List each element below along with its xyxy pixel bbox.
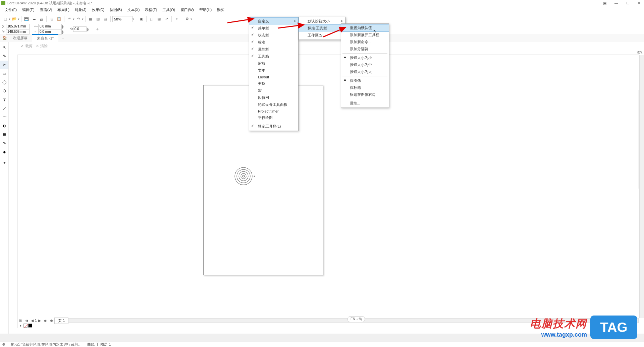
- home-tab[interactable]: 🏠: [1, 35, 8, 42]
- ctx-item[interactable]: ✔状态栏: [249, 32, 298, 39]
- ctx-item[interactable]: 按钮大小为大: [341, 68, 389, 75]
- hint-icon[interactable]: ▣: [601, 1, 608, 5]
- menu-item[interactable]: 窗口(W): [178, 7, 197, 13]
- menu-item[interactable]: 文件(F): [2, 7, 19, 13]
- page-add[interactable]: ⊕: [49, 319, 54, 323]
- w-input[interactable]: [38, 24, 62, 29]
- open-button[interactable]: 📂: [11, 16, 18, 22]
- ctx-item[interactable]: 仅图像: [341, 77, 389, 84]
- snap-opts-button[interactable]: ⌖: [173, 16, 180, 22]
- ruler-horizontal[interactable]: [17, 50, 639, 55]
- ctx-item[interactable]: Layout: [249, 74, 298, 80]
- zoom-input[interactable]: [112, 16, 132, 22]
- ctx-item[interactable]: 轮式设备工具面板: [249, 101, 298, 108]
- ctx-item[interactable]: ✔标准: [249, 39, 298, 46]
- ctx-item[interactable]: 按钮大小为小: [341, 54, 389, 61]
- ctx-item[interactable]: 文本: [249, 67, 298, 74]
- save-button[interactable]: 💾: [23, 16, 30, 22]
- cloud-button[interactable]: ☁: [31, 16, 37, 22]
- transparency-tool[interactable]: ▦: [0, 130, 8, 138]
- options-button[interactable]: ⚙: [184, 16, 191, 22]
- ctx-item[interactable]: 默认按钮大小▸: [299, 18, 345, 25]
- fill-tool[interactable]: ◆: [0, 148, 8, 156]
- quick-customize[interactable]: ＋: [0, 158, 8, 166]
- menu-item[interactable]: 布局(L): [55, 7, 72, 13]
- paste-button[interactable]: 📋: [56, 16, 62, 22]
- menu-item[interactable]: 表格(T): [142, 7, 160, 13]
- launch-button[interactable]: ↗: [163, 16, 170, 22]
- shadow-tool[interactable]: ◐: [0, 122, 8, 130]
- fullscreen-button[interactable]: ▣: [138, 16, 145, 22]
- ctx-item[interactable]: 平行绘图: [249, 114, 298, 121]
- freehand-tool[interactable]: ／: [0, 104, 8, 112]
- page-next2[interactable]: ⏭: [42, 319, 49, 323]
- page-prev2[interactable]: ⏮: [23, 319, 30, 323]
- ctx-item[interactable]: 重置为默认值: [341, 24, 389, 32]
- ctx-item[interactable]: 添加新展开工具栏: [341, 31, 389, 39]
- eyedropper-tool[interactable]: ✎: [0, 139, 8, 147]
- menu-item[interactable]: 效果(C): [89, 7, 107, 13]
- ctx-item[interactable]: 添加分隔符: [341, 46, 389, 53]
- crop-apply-button[interactable]: ✔裁剪: [21, 44, 33, 49]
- ctx-item[interactable]: Project timer: [249, 108, 298, 114]
- y-input[interactable]: [6, 29, 30, 34]
- x-input[interactable]: [6, 24, 30, 29]
- ellipse-tool[interactable]: ◯: [0, 78, 8, 86]
- ctx-item[interactable]: 标准 工具栏▸: [299, 24, 345, 32]
- copy-button[interactable]: ⎘: [48, 16, 55, 22]
- export-button[interactable]: ▦: [156, 16, 162, 22]
- h-input[interactable]: [38, 29, 62, 34]
- new-button[interactable]: ▢: [2, 16, 9, 22]
- ctx-item[interactable]: 变换: [249, 80, 298, 87]
- ctx-item[interactable]: 宏: [249, 87, 298, 94]
- colorbar-menu[interactable]: ▸: [19, 324, 23, 327]
- ctx-item[interactable]: 自定义▸: [249, 17, 299, 25]
- publish-button[interactable]: ⬚: [148, 16, 155, 22]
- ctx-item[interactable]: 缩放: [249, 60, 298, 67]
- ctx-item[interactable]: 添加新命令...: [341, 39, 389, 46]
- ctx-item[interactable]: ✔菜单栏: [249, 25, 298, 32]
- redo-button[interactable]: ↷: [75, 16, 82, 22]
- artistic-tool[interactable]: 〰: [0, 113, 8, 121]
- hscrollbar[interactable]: ◀▶: [17, 318, 639, 323]
- grid-button[interactable]: ▥: [95, 16, 101, 22]
- menu-item[interactable]: 对象(J): [72, 7, 89, 13]
- crop-clear-button[interactable]: ✕清除: [36, 44, 48, 49]
- menu-item[interactable]: 文本(X): [125, 7, 143, 13]
- no-fill-swatch[interactable]: [23, 324, 28, 328]
- maximize-button[interactable]: ☐: [624, 1, 632, 5]
- rotation-input[interactable]: [73, 26, 87, 32]
- ctx-item[interactable]: ✔锁定工具栏(L): [249, 123, 298, 130]
- tab-document[interactable]: 未命名 -1*: [32, 34, 58, 42]
- close-button[interactable]: ✕: [636, 1, 643, 5]
- tab-add[interactable]: ＋: [58, 34, 67, 42]
- gear-icon[interactable]: ⚙: [2, 342, 5, 347]
- menu-item[interactable]: 编辑(E): [19, 7, 37, 13]
- undo-button[interactable]: ↶: [66, 16, 73, 22]
- menu-item[interactable]: 购买: [214, 7, 227, 13]
- ctx-item[interactable]: ✔工具箱: [249, 53, 298, 60]
- add-node-icon[interactable]: ＋: [95, 26, 100, 32]
- language-indicator[interactable]: EN ♪ 简: [347, 316, 365, 322]
- ctx-item[interactable]: 按钮大小为中: [341, 61, 389, 68]
- guides-button[interactable]: ▤: [102, 16, 109, 22]
- ctx-item[interactable]: 标题在图像右边: [341, 91, 389, 98]
- vscrollbar[interactable]: [639, 55, 644, 318]
- ctx-item[interactable]: ✔属性栏: [249, 46, 298, 53]
- page-prev[interactable]: ◀: [30, 319, 35, 323]
- page-first[interactable]: ⊞: [17, 319, 23, 323]
- fill-swatch[interactable]: [28, 324, 32, 328]
- ctx-item[interactable]: 属性...: [341, 100, 389, 107]
- print-button[interactable]: 🖨: [38, 16, 45, 22]
- minimize-button[interactable]: —: [612, 1, 620, 5]
- tab-welcome[interactable]: 欢迎屏幕: [8, 34, 32, 42]
- pick-tool[interactable]: ↖: [0, 43, 8, 51]
- polygon-tool[interactable]: ⬡: [0, 87, 8, 95]
- menu-item[interactable]: 位图(B): [107, 7, 125, 13]
- rectangle-tool[interactable]: ▭: [0, 69, 8, 77]
- ctx-item[interactable]: 工作区(S)▸: [299, 32, 345, 39]
- page-next[interactable]: ▶: [37, 319, 42, 323]
- menu-item[interactable]: 工具(O): [160, 7, 178, 13]
- snap-button[interactable]: ▦: [87, 16, 94, 22]
- text-tool[interactable]: 字: [0, 95, 8, 103]
